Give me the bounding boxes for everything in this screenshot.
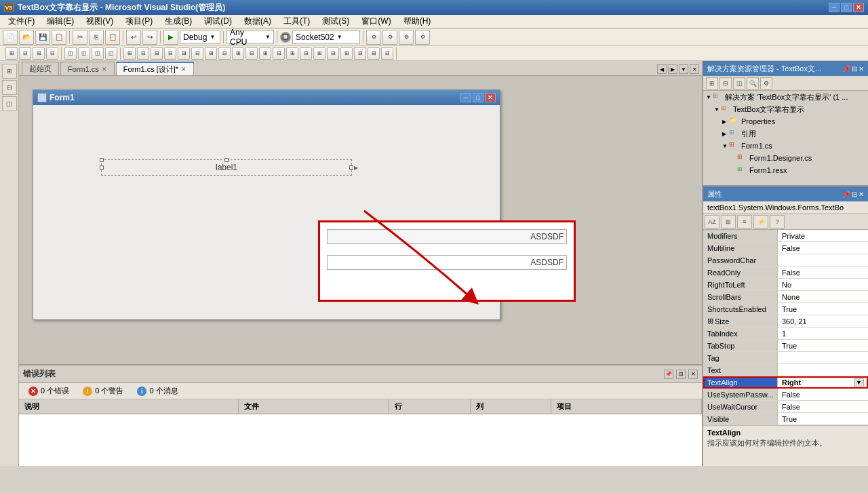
design-canvas[interactable]: Form1 ─ □ ✕ label1 bbox=[19, 76, 702, 364]
props-categorized-btn[interactable]: ⊞ bbox=[721, 215, 736, 229]
debug-mode-arrow[interactable]: ▼ bbox=[210, 34, 215, 40]
props-events-btn[interactable]: ⚡ bbox=[753, 215, 768, 229]
tab-scroll-left[interactable]: ◀ bbox=[657, 64, 667, 74]
prop-righttoleft-value[interactable]: No bbox=[778, 279, 868, 290]
handle-left[interactable] bbox=[100, 165, 104, 170]
tab-scroll-right[interactable]: ▶ bbox=[668, 64, 677, 74]
menu-view[interactable]: 视图(V) bbox=[81, 15, 119, 28]
sidebar-btn-2[interactable]: ⊟ bbox=[2, 80, 17, 95]
props-properties-btn[interactable]: ≡ bbox=[737, 215, 752, 229]
prop-usesystempasswd[interactable]: UseSystemPassw... False bbox=[703, 389, 868, 401]
error-badge-errors[interactable]: ✕ 0 个错误 bbox=[24, 384, 73, 397]
design-btn-24[interactable]: ⊟ bbox=[327, 47, 339, 60]
props-pin[interactable]: 📌 bbox=[842, 191, 850, 198]
prop-righttoleft[interactable]: RightToLeft No bbox=[703, 279, 868, 291]
design-btn-26[interactable]: ⊟ bbox=[354, 47, 366, 60]
design-btn-21[interactable]: ⊞ bbox=[286, 47, 298, 60]
menu-help[interactable]: 帮助(H) bbox=[398, 15, 437, 28]
prop-tabindex[interactable]: TabIndex 1 bbox=[703, 328, 868, 340]
tree-properties[interactable]: ▶ 📁 Properties bbox=[703, 115, 868, 127]
form1-minimize[interactable]: ─ bbox=[460, 93, 471, 102]
design-btn-16[interactable]: ⊟ bbox=[218, 47, 231, 60]
design-btn-27[interactable]: ⊞ bbox=[368, 47, 380, 60]
handle-top-left[interactable] bbox=[100, 158, 104, 162]
design-btn-8[interactable]: ◫ bbox=[105, 47, 117, 60]
col-file[interactable]: 文件 bbox=[239, 399, 389, 414]
prop-usesystempasswd-value[interactable]: False bbox=[778, 389, 868, 400]
tree-form1resx[interactable]: ⊞ Form1.resx bbox=[703, 164, 868, 176]
tab-form1-cs-close[interactable]: ✕ bbox=[102, 66, 107, 73]
prop-modifiers-value[interactable]: Private bbox=[778, 230, 868, 241]
col-column[interactable]: 列 bbox=[471, 399, 551, 414]
menu-data[interactable]: 数据(A) bbox=[239, 15, 277, 28]
prop-modifiers[interactable]: Modifiers Private bbox=[703, 230, 868, 242]
design-btn-20[interactable]: ⊟ bbox=[273, 47, 285, 60]
error-list-pin[interactable]: 📌 bbox=[664, 370, 673, 379]
copy-button[interactable]: ⎘ bbox=[89, 30, 104, 45]
handle-top-right[interactable] bbox=[224, 158, 229, 162]
design-btn-14[interactable]: ⊟ bbox=[191, 47, 203, 60]
handle-right[interactable] bbox=[349, 165, 353, 170]
open-button[interactable]: 📂 bbox=[19, 30, 34, 45]
form1-body[interactable]: label1 ▶ ASDSDF bbox=[33, 105, 500, 319]
design-btn-22[interactable]: ⊟ bbox=[300, 47, 312, 60]
menu-build[interactable]: 生成(B) bbox=[159, 15, 197, 28]
prop-tabindex-value[interactable]: 1 bbox=[778, 328, 868, 339]
prop-scrollbars-value[interactable]: None bbox=[778, 291, 868, 302]
tree-references[interactable]: ▶ ⊞ 引用 bbox=[703, 127, 868, 140]
tab-menu[interactable]: ▼ bbox=[679, 64, 688, 74]
menu-project[interactable]: 项目(P) bbox=[120, 15, 158, 28]
minimize-button[interactable]: ─ bbox=[829, 3, 840, 12]
prop-shortcutsenabled[interactable]: ShortcutsEnabled True bbox=[703, 303, 868, 315]
design-btn-19[interactable]: ⊞ bbox=[259, 47, 271, 60]
menu-file[interactable]: 文件(F) bbox=[3, 15, 40, 28]
save-button[interactable]: 💾 bbox=[35, 30, 50, 45]
platform-arrow[interactable]: ▼ bbox=[265, 34, 271, 40]
close-button[interactable]: ✕ bbox=[853, 3, 864, 12]
tab-close-all[interactable]: ✕ bbox=[690, 64, 699, 74]
textalign-dropdown[interactable]: ▼ bbox=[854, 378, 864, 387]
prop-readonly[interactable]: ReadOnly False bbox=[703, 267, 868, 279]
props-close[interactable]: ✕ bbox=[859, 191, 864, 198]
platform-combo[interactable]: Any CPU ▼ bbox=[226, 31, 274, 44]
design-btn-25[interactable]: ⊞ bbox=[340, 47, 353, 60]
sol-pin[interactable]: 📌 bbox=[842, 65, 850, 73]
save-all-button[interactable]: 📋 bbox=[52, 30, 66, 45]
prop-textalign-value[interactable]: Right ▼ bbox=[778, 376, 868, 388]
design-btn-2[interactable]: ⊟ bbox=[19, 47, 31, 60]
design-btn-3[interactable]: ⊞ bbox=[33, 47, 45, 60]
prop-multiline[interactable]: Multiline False bbox=[703, 242, 868, 254]
prop-usewaitcursor-value[interactable]: False bbox=[778, 401, 868, 412]
solution-arrow[interactable]: ▼ bbox=[337, 34, 342, 40]
new-button[interactable]: 📄 bbox=[3, 30, 18, 45]
redo-button[interactable]: ↪ bbox=[142, 30, 157, 45]
col-project[interactable]: 项目 bbox=[551, 399, 702, 414]
prop-passwordchar[interactable]: PasswordChar bbox=[703, 254, 868, 267]
design-btn-17[interactable]: ⊞ bbox=[232, 47, 244, 60]
design-btn-9[interactable]: ⊞ bbox=[123, 47, 136, 60]
paste-button[interactable]: 📋 bbox=[105, 30, 120, 45]
col-line[interactable]: 行 bbox=[389, 399, 470, 414]
prop-text-value[interactable] bbox=[778, 364, 868, 376]
more-btn-3[interactable]: ⚙ bbox=[399, 30, 414, 45]
design-btn-6[interactable]: ◫ bbox=[78, 47, 90, 60]
prop-size-value[interactable]: 360, 21 bbox=[778, 315, 868, 327]
restore-button[interactable]: □ bbox=[841, 3, 852, 12]
prop-passwordchar-value[interactable] bbox=[778, 254, 868, 266]
design-btn-5[interactable]: ◫ bbox=[64, 47, 77, 60]
design-btn-1[interactable]: ⊞ bbox=[5, 47, 18, 60]
prop-size[interactable]: ⊞Size 360, 21 bbox=[703, 315, 868, 328]
prop-tabstop-value[interactable]: True bbox=[778, 340, 868, 351]
design-btn-4[interactable]: ⊟ bbox=[46, 47, 58, 60]
sol-btn-4[interactable]: 🔍 bbox=[747, 77, 759, 90]
form1-close[interactable]: ✕ bbox=[485, 93, 496, 102]
prop-readonly-value[interactable]: False bbox=[778, 267, 868, 278]
props-alphabetical-btn[interactable]: AZ bbox=[705, 215, 719, 229]
error-list-float[interactable]: ⊟ bbox=[676, 370, 686, 379]
prop-multiline-value[interactable]: False bbox=[778, 242, 868, 254]
tree-project[interactable]: ▼ ⊞ TextBox文字靠右显示 bbox=[703, 103, 868, 115]
prop-tag[interactable]: Tag bbox=[703, 352, 868, 364]
design-btn-15[interactable]: ⊞ bbox=[205, 47, 217, 60]
more-btn-2[interactable]: ⚙ bbox=[382, 30, 397, 45]
error-list-close[interactable]: ✕ bbox=[688, 370, 698, 379]
